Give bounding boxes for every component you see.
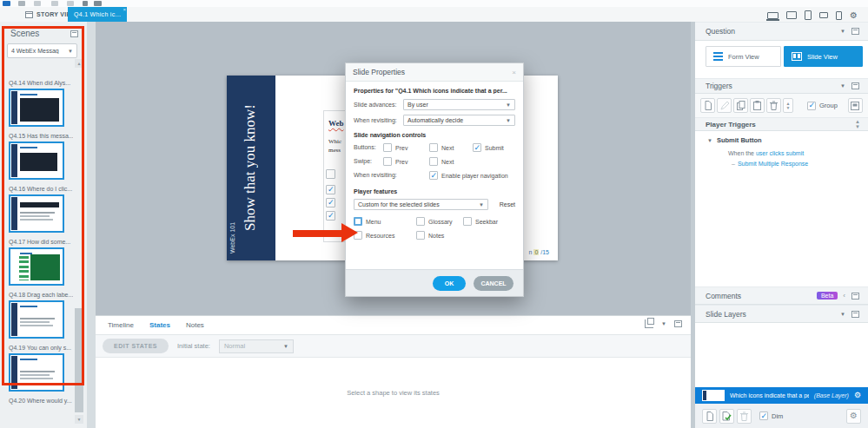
collapse-all-icon[interactable]: ▲▼ <box>855 119 859 129</box>
delete-layer-button[interactable] <box>737 409 752 424</box>
list-item[interactable]: Q4.20 Where would y... <box>0 395 73 428</box>
prev-label: Prev <box>395 145 407 151</box>
dock-panel-icon[interactable] <box>851 311 859 318</box>
tab-notes[interactable]: Notes <box>186 321 204 329</box>
cancel-button[interactable]: CANCEL <box>474 276 514 291</box>
tab-timeline[interactable]: Timeline <box>108 321 134 329</box>
edit-states-button[interactable]: EDIT STATES <box>103 339 169 353</box>
chevron-down-icon[interactable]: ▼ <box>840 29 845 34</box>
initial-state-dropdown[interactable]: Normal ▼ <box>219 339 294 353</box>
trigger-condition[interactable]: When the user clicks submit <box>695 144 868 156</box>
next-button-checkbox[interactable] <box>429 143 438 152</box>
layer-type-label: (Base Layer) <box>814 392 849 398</box>
glossary-checkbox[interactable] <box>416 217 425 226</box>
new-trigger-button[interactable] <box>700 98 715 113</box>
answer-checkbox[interactable] <box>326 185 335 194</box>
dock-panel-icon[interactable] <box>674 320 682 327</box>
chevron-down-icon[interactable]: ▼ <box>707 138 712 143</box>
slide-banner-title: Show that you know! <box>242 81 259 255</box>
reset-link[interactable]: Reset <box>500 201 515 207</box>
chevron-down-icon[interactable]: ▼ <box>661 321 666 326</box>
dock-panel-icon[interactable] <box>851 28 859 35</box>
score-value: 0 <box>533 249 539 255</box>
timeline-zoom-icon[interactable] <box>645 319 653 328</box>
chevron-left-icon[interactable]: ‹ <box>843 292 845 300</box>
phone-landscape-preview-icon[interactable] <box>819 12 828 18</box>
tablet-portrait-preview-icon[interactable] <box>805 10 812 20</box>
chevron-down-icon[interactable]: ▼ <box>840 83 845 89</box>
dialog-header[interactable]: Slide Properties × <box>346 63 523 82</box>
submit-button-checkbox[interactable] <box>473 143 481 152</box>
answer-checkbox[interactable] <box>326 211 335 221</box>
answer-checkbox[interactable] <box>326 198 335 207</box>
notes-checkbox[interactable] <box>416 231 425 240</box>
new-layer-button[interactable] <box>702 409 717 424</box>
delete-trigger-button[interactable] <box>766 98 781 113</box>
gear-icon: ⚙ <box>850 412 858 420</box>
submit-label: Submit <box>485 145 504 151</box>
group-checkbox[interactable] <box>807 102 816 110</box>
slide-thumb-label: Q4.20 Where would y... <box>0 395 73 406</box>
slide-advances-label: Slide advances: <box>354 102 403 108</box>
chevron-down-icon: ▼ <box>479 202 484 207</box>
paste-trigger-button[interactable] <box>750 98 765 113</box>
slide-banner[interactable]: Show that you know! WebEx 101 <box>227 76 275 260</box>
slide-view-button[interactable]: Slide View <box>784 46 863 67</box>
player-features-dropdown[interactable]: Custom for the selected slides ▼ <box>354 199 488 210</box>
slide-properties-dialog: Slide Properties × Properties for "Q4.1 … <box>345 63 524 297</box>
trigger-wizard-button[interactable] <box>848 98 863 113</box>
enable-nav-checkbox[interactable] <box>429 171 438 180</box>
chevron-down-icon[interactable]: ▼ <box>840 312 845 317</box>
right-panel: Question ▼ Form View Slide View Triggers… <box>695 22 868 428</box>
close-tab-icon[interactable]: × <box>123 7 126 12</box>
trigger-action-link[interactable]: Submit Multiple Response <box>738 161 808 167</box>
dock-panel-icon[interactable] <box>851 82 859 89</box>
edit-trigger-button[interactable] <box>717 98 732 113</box>
trigger-group-row[interactable]: ▼ Submit Button <box>695 131 868 144</box>
trigger-order-stepper[interactable]: ▲▼ <box>783 98 793 113</box>
when-revisiting-dropdown[interactable]: Automatically decide ▼ <box>403 115 515 126</box>
link-icon[interactable] <box>83 1 88 6</box>
arrow-down-icon: ▼ <box>786 106 791 110</box>
left-splitter[interactable] <box>87 22 96 428</box>
redo-icon[interactable] <box>34 1 41 6</box>
tab-states[interactable]: States <box>149 321 170 329</box>
swipe-next-checkbox[interactable] <box>429 157 438 166</box>
layers-settings-button[interactable]: ⚙ <box>846 409 861 424</box>
prev-button-checkbox[interactable] <box>383 143 392 152</box>
close-icon[interactable]: × <box>512 69 516 76</box>
base-layer-row[interactable]: Which icons indicate that a pers... (Bas… <box>695 387 868 404</box>
monitor-preview-icon[interactable] <box>786 11 797 19</box>
comments-panel-header[interactable]: Comments Beta ‹ <box>695 286 868 305</box>
dim-checkbox[interactable] <box>759 412 768 420</box>
quick-access-toolbar <box>0 0 868 7</box>
dialog-body: Properties for "Q4.1 Which icons indicat… <box>346 82 523 241</box>
save-icon[interactable] <box>67 1 74 6</box>
copy-trigger-button[interactable] <box>733 98 748 113</box>
preview-icon[interactable] <box>51 1 58 6</box>
grid-icon[interactable] <box>94 1 102 6</box>
laptop-preview-icon[interactable] <box>767 12 779 19</box>
form-view-button[interactable]: Form View <box>706 46 781 67</box>
undo-icon[interactable] <box>18 1 25 6</box>
trigger-group-title: Submit Button <box>717 136 762 144</box>
phone-portrait-preview-icon[interactable] <box>836 11 842 20</box>
states-empty-message: Select a shape to view its states <box>96 389 691 397</box>
trigger-action[interactable]: –Submit Multiple Response <box>695 156 868 167</box>
states-toolbar: EDIT STATES Initial state: Normal ▼ <box>96 335 691 358</box>
seekbar-checkbox[interactable] <box>463 217 472 226</box>
scroll-down-icon[interactable]: ▼ <box>75 415 83 424</box>
swipe-prev-checkbox[interactable] <box>383 157 392 166</box>
dock-panel-icon[interactable] <box>851 293 859 300</box>
slide-advances-dropdown[interactable]: By user ▼ <box>403 99 515 110</box>
preview-settings-gear-icon[interactable]: ⚙ <box>850 11 858 20</box>
trigger-condition-link[interactable]: user clicks submit <box>756 150 804 156</box>
duplicate-layer-button[interactable] <box>719 409 734 424</box>
swipe-label: Swipe: <box>354 158 372 164</box>
layer-properties-gear-icon[interactable]: ⚙ <box>854 392 861 399</box>
tab-slide-q41[interactable]: Q4.1 Which ic... × <box>68 7 127 22</box>
ok-button[interactable]: OK <box>433 276 466 291</box>
answer-checkbox[interactable] <box>326 169 335 179</box>
notes-label: Notes <box>428 233 444 239</box>
trigger-action-bullet: – <box>732 161 735 167</box>
